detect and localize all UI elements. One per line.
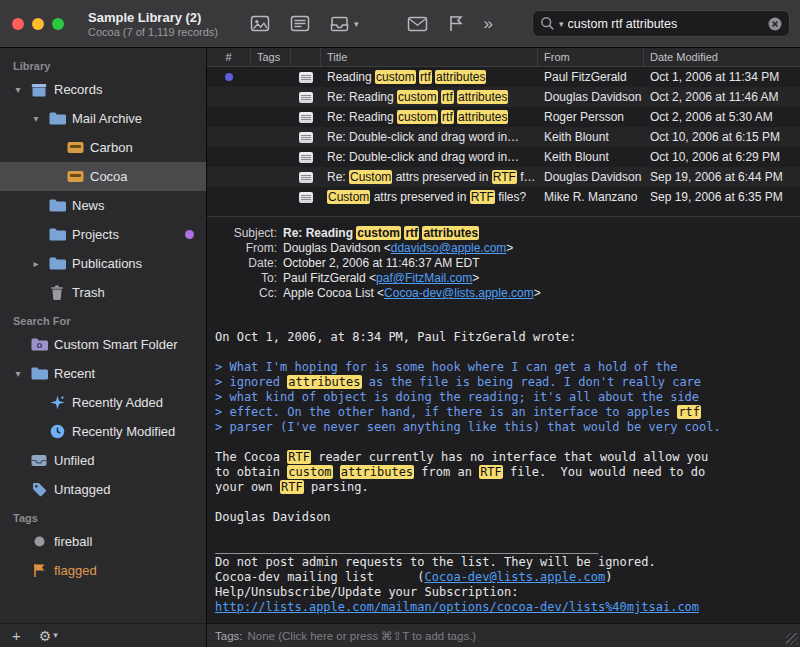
sidebar-item-custom-smart-folder[interactable]: Custom Smart Folder bbox=[0, 330, 206, 359]
record-date: Oct 1, 2006 at 11:34 PM bbox=[644, 70, 800, 84]
disclosure-triangle-icon[interactable]: ▾ bbox=[12, 368, 24, 379]
search-highlight: rtf bbox=[404, 226, 419, 240]
column-header-date[interactable]: Date Modified bbox=[644, 48, 800, 67]
email-button[interactable] bbox=[407, 16, 428, 32]
search-highlight: attributes bbox=[340, 465, 414, 479]
table-row[interactable]: Re: Double-click and drag word in… Keith… bbox=[207, 147, 800, 167]
sidebar-item-tag-fireball[interactable]: fireball bbox=[0, 527, 206, 556]
import-button[interactable]: ▾ bbox=[330, 15, 359, 32]
sidebar-item-carbon[interactable]: Carbon bbox=[0, 133, 206, 162]
capture-button[interactable] bbox=[250, 15, 270, 32]
message-headers: Subject: Re: Reading custom rtf attribut… bbox=[207, 217, 800, 306]
table-row-selected[interactable]: Re: Reading custom rtf attributes Dougla… bbox=[207, 87, 800, 107]
header-from: From: Douglas Davidson <ddavidso@apple.c… bbox=[215, 241, 792, 256]
list-empty-area[interactable] bbox=[207, 207, 800, 217]
mailbox-icon bbox=[66, 141, 84, 154]
subject-value: Re: Reading custom rtf attributes bbox=[283, 226, 792, 241]
tags-value[interactable]: None (Click here or press ⌘⇧T to add tag… bbox=[248, 629, 477, 643]
chevron-down-icon: ▾ bbox=[53, 631, 58, 640]
table-row[interactable]: Re: Custom attrs preserved in RTF f… Dou… bbox=[207, 167, 800, 187]
body-line bbox=[215, 345, 792, 360]
sidebar-item-cocoa[interactable]: Cocoa bbox=[0, 162, 206, 191]
sidebar-scroll[interactable]: Library ▾ Records ▾ Mail Archive bbox=[0, 48, 206, 623]
sidebar-item-publications[interactable]: ▸ Publications bbox=[0, 249, 206, 278]
disclosure-triangle-icon[interactable]: ▾ bbox=[30, 113, 42, 124]
sidebar-item-projects[interactable]: Projects bbox=[0, 220, 206, 249]
viewer-button[interactable] bbox=[290, 15, 310, 32]
chevron-down-icon: ▾ bbox=[354, 19, 359, 29]
body-line: Cocoa-dev mailing list (Cocoa-dev@lists.… bbox=[215, 570, 792, 585]
minimize-window-button[interactable] bbox=[32, 18, 44, 30]
document-icon bbox=[299, 152, 313, 163]
sidebar-item-trash[interactable]: Trash bbox=[0, 278, 206, 307]
zoom-window-button[interactable] bbox=[52, 18, 64, 30]
link[interactable]: paf@FitzMail.com bbox=[376, 271, 472, 285]
column-header-kind[interactable] bbox=[291, 48, 321, 67]
document-icon bbox=[299, 172, 313, 183]
action-gear-button[interactable]: ⚙ ▾ bbox=[39, 629, 58, 643]
sidebar-item-news[interactable]: News bbox=[0, 191, 206, 220]
folder-icon bbox=[48, 112, 66, 125]
disclosure-triangle-icon[interactable]: ▸ bbox=[30, 258, 42, 269]
search-highlight: rtf bbox=[441, 90, 454, 104]
link[interactable]: Cocoa-dev@lists.apple.com bbox=[384, 286, 534, 300]
import-icon bbox=[330, 15, 351, 32]
search-field[interactable]: ▾ bbox=[532, 10, 790, 37]
sidebar-item-untagged[interactable]: Untagged bbox=[0, 475, 206, 504]
column-header-num[interactable]: # bbox=[207, 48, 251, 67]
sidebar-item-tag-flagged[interactable]: flagged bbox=[0, 556, 206, 585]
search-input[interactable] bbox=[568, 17, 764, 31]
search-highlight: attributes bbox=[422, 226, 479, 240]
message-body[interactable]: On Oct 1, 2006, at 8:34 PM, Paul FitzGer… bbox=[207, 306, 800, 623]
mailbox-icon bbox=[66, 170, 84, 183]
search-highlight: attributes bbox=[287, 375, 361, 389]
link[interactable]: ddavidso@apple.com bbox=[391, 241, 507, 255]
record-list: Reading custom rtf attributes Paul FitzG… bbox=[207, 67, 800, 207]
sidebar-item-recent[interactable]: ▾ Recent bbox=[0, 359, 206, 388]
link[interactable]: Cocoa-dev@lists.apple.com bbox=[425, 570, 606, 584]
table-row[interactable]: Custom attrs preserved in RTF files? Mik… bbox=[207, 187, 800, 207]
folder-icon bbox=[30, 367, 48, 380]
column-header-from[interactable]: From bbox=[538, 48, 644, 67]
main-pane: # Tags Title From Date Modified Reading … bbox=[207, 48, 800, 647]
sidebar-item-recently-added[interactable]: Recently Added bbox=[0, 388, 206, 417]
toolbar-overflow-button[interactable]: » bbox=[484, 15, 493, 32]
link[interactable]: http://lists.apple.com/mailman/options/c… bbox=[215, 600, 699, 614]
app-window: Sample Library (2) Cocoa (7 of 1,119 rec… bbox=[0, 0, 800, 647]
search-highlight: Custom bbox=[327, 190, 370, 204]
column-header-tags[interactable]: Tags bbox=[251, 48, 291, 67]
subject-label: Subject: bbox=[215, 226, 277, 241]
disclosure-triangle-icon[interactable]: ▾ bbox=[12, 84, 24, 95]
record-title: Re: Double-click and drag word in… bbox=[321, 130, 538, 144]
record-from: Paul FitzGerald bbox=[538, 70, 644, 84]
toolbar: ▾ » bbox=[250, 15, 522, 32]
tray-icon bbox=[30, 454, 48, 467]
record-title: Re: Double-click and drag word in… bbox=[321, 150, 538, 164]
capture-icon bbox=[250, 15, 270, 32]
records-icon bbox=[30, 83, 48, 97]
sidebar-item-recently-modified[interactable]: Recently Modified bbox=[0, 417, 206, 446]
flag-button[interactable] bbox=[448, 15, 464, 32]
sidebar-item-unfiled[interactable]: Unfiled bbox=[0, 446, 206, 475]
table-row[interactable]: Re: Double-click and drag word in… Keith… bbox=[207, 127, 800, 147]
list-header: # Tags Title From Date Modified bbox=[207, 48, 800, 67]
search-highlight: RTF bbox=[470, 190, 495, 204]
search-highlight: Custom bbox=[349, 170, 392, 184]
from-value: Douglas Davidson <ddavidso@apple.com> bbox=[283, 241, 792, 256]
resize-grip[interactable] bbox=[786, 633, 798, 645]
column-header-title[interactable]: Title bbox=[321, 48, 538, 67]
tag-bar[interactable]: Tags: None (Click here or press ⌘⇧T to a… bbox=[207, 623, 800, 647]
close-window-button[interactable] bbox=[12, 18, 24, 30]
document-icon bbox=[299, 92, 313, 103]
cc-label: Cc: bbox=[215, 286, 277, 301]
clear-search-icon[interactable] bbox=[768, 17, 782, 31]
sidebar-item-records[interactable]: ▾ Records bbox=[0, 75, 206, 104]
table-row[interactable]: Re: Reading custom rtf attributes Roger … bbox=[207, 107, 800, 127]
table-row[interactable]: Reading custom rtf attributes Paul FitzG… bbox=[207, 67, 800, 87]
record-title: Custom attrs preserved in RTF files? bbox=[321, 190, 538, 204]
record-title: Re: Custom attrs preserved in RTF f… bbox=[321, 170, 538, 184]
record-date: Oct 10, 2006 at 6:29 PM bbox=[644, 150, 800, 164]
add-button[interactable]: + bbox=[12, 628, 21, 643]
sidebar-item-mail-archive[interactable]: ▾ Mail Archive bbox=[0, 104, 206, 133]
search-scope-chevron-icon[interactable]: ▾ bbox=[559, 19, 564, 29]
